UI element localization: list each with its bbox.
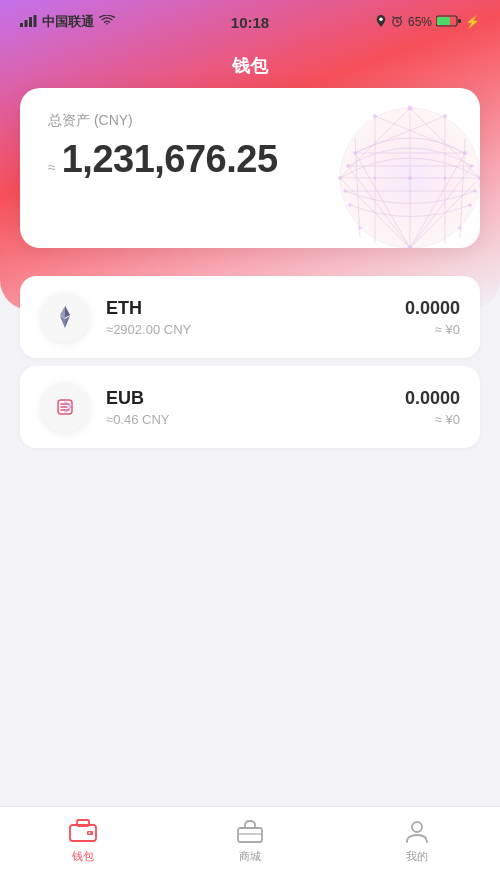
- svg-point-21: [348, 203, 352, 207]
- wifi-icon: [99, 15, 115, 30]
- status-carrier: 中国联通: [20, 13, 115, 31]
- eub-amount: 0.0000: [405, 388, 460, 409]
- svg-point-14: [463, 151, 467, 155]
- svg-point-11: [373, 114, 377, 118]
- asset-card: 总资产 (CNY) ≈ 1,231,676.25: [20, 88, 480, 248]
- status-time: 10:18: [231, 14, 269, 31]
- eub-icon: [51, 393, 79, 421]
- svg-rect-40: [238, 828, 262, 842]
- eth-icon: [51, 303, 79, 331]
- eth-price: ≈2902.00 CNY: [106, 322, 389, 337]
- svg-point-28: [444, 177, 447, 180]
- eub-info: EUB ≈0.46 CNY: [106, 388, 389, 427]
- svg-point-17: [346, 164, 350, 168]
- svg-point-27: [374, 177, 377, 180]
- wallet-tab-label: 钱包: [72, 849, 94, 864]
- svg-point-10: [408, 106, 413, 111]
- svg-point-4: [379, 17, 382, 20]
- svg-point-13: [353, 151, 357, 155]
- svg-point-12: [443, 114, 447, 118]
- eub-icon-wrapper: [40, 382, 90, 432]
- battery-level: 65%: [408, 15, 432, 29]
- tab-profile[interactable]: 我的: [333, 817, 500, 864]
- svg-point-23: [358, 226, 362, 230]
- svg-point-24: [458, 226, 462, 230]
- svg-point-19: [343, 189, 347, 193]
- svg-point-39: [89, 832, 91, 834]
- svg-point-15: [338, 176, 342, 180]
- svg-rect-0: [20, 23, 23, 27]
- main-content: 总资产 (CNY) ≈ 1,231,676.25: [0, 0, 500, 889]
- eth-amount: 0.0000: [405, 298, 460, 319]
- eub-values: 0.0000 ≈ ¥0: [405, 388, 460, 427]
- battery-icon: [436, 15, 461, 30]
- eth-info: ETH ≈2902.00 CNY: [106, 298, 389, 337]
- charging-icon: ⚡: [465, 15, 480, 29]
- wallet-tab-icon: [69, 817, 97, 845]
- profile-tab-icon: [403, 817, 431, 845]
- asset-amount: 1,231,676.25: [62, 138, 278, 181]
- svg-rect-8: [458, 19, 461, 23]
- asset-approx-symbol: ≈: [48, 159, 56, 175]
- signal-icon: [20, 15, 37, 30]
- eth-icon-wrapper: [40, 292, 90, 342]
- eub-price: ≈0.46 CNY: [106, 412, 389, 427]
- svg-rect-3: [34, 15, 37, 27]
- svg-point-42: [412, 822, 422, 832]
- eub-cny: ≈ ¥0: [405, 412, 460, 427]
- status-indicators: 65% ⚡: [376, 15, 480, 30]
- status-bar: 中国联通 10:18 65%: [0, 0, 500, 44]
- token-list: ETH ≈2902.00 CNY 0.0000 ≈ ¥0: [0, 268, 500, 889]
- alarm-icon: [390, 15, 404, 30]
- token-item-eub[interactable]: EUB ≈0.46 CNY 0.0000 ≈ ¥0: [20, 366, 480, 448]
- svg-point-22: [468, 203, 472, 207]
- profile-tab-label: 我的: [406, 849, 428, 864]
- svg-point-26: [408, 176, 412, 180]
- svg-rect-7: [437, 17, 450, 25]
- svg-point-18: [470, 164, 474, 168]
- dome-decoration: [310, 98, 480, 248]
- eth-name: ETH: [106, 298, 389, 319]
- shop-tab-icon: [236, 817, 264, 845]
- location-icon: [376, 15, 386, 30]
- svg-rect-2: [29, 17, 32, 27]
- eth-cny: ≈ ¥0: [405, 322, 460, 337]
- eub-name: EUB: [106, 388, 389, 409]
- token-item-eth[interactable]: ETH ≈2902.00 CNY 0.0000 ≈ ¥0: [20, 276, 480, 358]
- svg-point-20: [473, 189, 477, 193]
- tab-shop[interactable]: 商城: [167, 817, 334, 864]
- svg-rect-1: [25, 20, 28, 27]
- eth-values: 0.0000 ≈ ¥0: [405, 298, 460, 337]
- tab-wallet[interactable]: 钱包: [0, 817, 167, 864]
- carrier-name: 中国联通: [42, 13, 94, 31]
- tab-bar: 钱包 商城 我的: [0, 806, 500, 889]
- shop-tab-label: 商城: [239, 849, 261, 864]
